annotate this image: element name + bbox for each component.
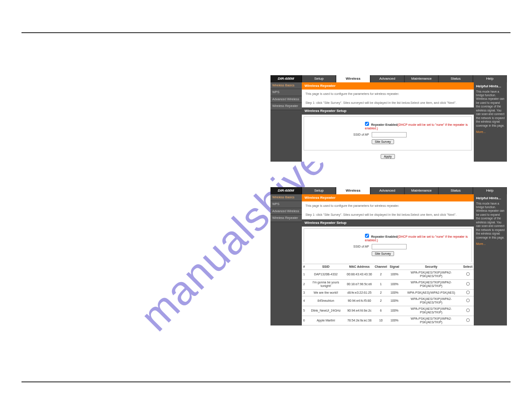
cell-channel: 2 [373, 296, 389, 306]
tab-wireless[interactable]: Wireless [336, 187, 370, 194]
tab-setup[interactable]: Setup [302, 187, 336, 194]
setup-heading: Wireless Repeater Setup [302, 219, 474, 227]
cell-num: 4 [302, 296, 306, 306]
section-heading: Wireless Repeater [302, 82, 474, 90]
page: manualshive.com DIR-600M Setup Wireless … [0, 0, 532, 411]
table-row: 5Dlink_NewUI_24GHz90:94:e4:fd:6e:2c6100%… [302, 306, 474, 316]
ssid-input[interactable] [372, 132, 407, 137]
side-wireless-basics[interactable]: Wireless Basics [270, 194, 302, 201]
tab-maintenance[interactable]: Maintenance [404, 187, 438, 194]
side-wireless-repeater[interactable]: Wireless Repeater [270, 103, 302, 110]
router-screenshot-2: DIR-600M Setup Wireless Advanced Mainten… [270, 187, 507, 306]
cell-channel: 2 [373, 270, 389, 280]
th-channel: Channel [373, 264, 389, 270]
select-radio[interactable] [466, 299, 470, 302]
repeater-enabled-checkbox[interactable] [365, 234, 369, 238]
setup-form: Repeater Enabled(DHCP mode will be set t… [304, 116, 472, 150]
info-text-1: This page is used to configure the param… [302, 90, 474, 98]
side-wps[interactable]: WPS [270, 201, 302, 208]
section-heading: Wireless Repeater [302, 194, 474, 201]
side-wps[interactable]: WPS [270, 89, 302, 96]
th-security: Security [400, 264, 462, 270]
cell-security: WPA-PSK(AES/TKIP)/WPA2-PSK(AES/TKIP) [400, 270, 462, 280]
table-row: 1DAP1320B-433200:88:43:43:43:302100%WPA-… [302, 270, 474, 280]
select-radio[interactable] [466, 272, 470, 276]
cell-ssid: We are the world! [306, 289, 345, 296]
main-content: Wireless Repeater This page is used to c… [302, 194, 474, 325]
cell-security: WPA-PSK(AES/TKIP)/WPA2-PSK(AES/TKIP) [400, 296, 462, 306]
side-advanced-wireless[interactable]: Advanced Wireless [270, 208, 302, 215]
cell-signal: 100% [388, 296, 400, 306]
tab-help[interactable]: Help [473, 187, 507, 194]
info-text-1: This page is used to configure the param… [302, 201, 474, 210]
cell-mac: 00:18:e7:96:5c:e6 [345, 279, 373, 289]
repeater-enabled-label: Repeater Enabled [371, 123, 398, 126]
cell-ssid: DAP1320B-4332 [306, 270, 345, 280]
tab-status[interactable]: Status [438, 75, 472, 82]
table-row: 3We are the world!d8:fe:e3:22:61:252100%… [302, 289, 474, 296]
th-signal: Signal [388, 264, 400, 270]
select-radio[interactable] [466, 282, 470, 286]
tab-advanced[interactable]: Advanced [370, 75, 404, 82]
cell-signal: 100% [388, 279, 400, 289]
cell-security: WPA-PSK(AES)/WPA2-PSK(AES) [400, 289, 462, 296]
tab-advanced[interactable]: Advanced [370, 187, 404, 194]
cell-signal: 100% [388, 270, 400, 280]
cell-channel: 1 [373, 279, 389, 289]
tab-status[interactable]: Status [438, 187, 472, 194]
rule-top [21, 32, 511, 33]
site-survey-button[interactable]: Site Survey [372, 139, 394, 144]
th-select: Select [462, 264, 474, 270]
side-wireless-repeater[interactable]: Wireless Repeater [270, 215, 302, 222]
hints-text: This mode have a bridge function. Wirele… [476, 90, 505, 128]
cell-ssid: 845neutrion [306, 296, 345, 306]
select-radio[interactable] [466, 318, 470, 322]
cell-signal: 100% [388, 289, 400, 296]
th-num: # [302, 264, 306, 270]
side-wireless-basics[interactable]: Wireless Basics [270, 82, 302, 89]
cell-mac: 78:54:2e:fa:ec:38 [345, 316, 373, 325]
apply-button[interactable]: Apply [381, 154, 395, 159]
router-screenshot-1: DIR-600M Setup Wireless Advanced Mainten… [270, 75, 507, 152]
select-radio[interactable] [466, 291, 470, 294]
cell-ssid: Dlink_NewUI_24GHz [306, 306, 345, 316]
ssid-label: SSID of AP [307, 133, 372, 137]
cell-signal: 100% [388, 316, 400, 325]
cell-mac: d8:fe:e3:22:61:25 [345, 289, 373, 296]
cell-ssid: I'm gonna be yours tonight! [306, 279, 345, 289]
setup-heading: Wireless Repeater Setup [302, 107, 474, 115]
hints-more-link[interactable]: More... [476, 130, 505, 134]
tab-wireless[interactable]: Wireless [336, 75, 370, 82]
cell-ssid: Apple Martini [306, 316, 345, 325]
cell-mac: 90:94:e4:fd:6e:2c [345, 306, 373, 316]
repeater-enabled-checkbox[interactable] [365, 122, 369, 126]
ssid-input[interactable] [372, 244, 407, 249]
hints-title: Helpful Hints... [476, 84, 505, 89]
th-mac: MAC Address [345, 264, 373, 270]
cell-num: 2 [302, 279, 306, 289]
tab-help[interactable]: Help [473, 75, 507, 82]
site-survey-button[interactable]: Site Survey [372, 251, 394, 256]
model-label: DIR-600M [270, 187, 302, 194]
select-radio[interactable] [466, 308, 470, 312]
setup-form: Repeater Enabled(DHCP mode will be set t… [304, 228, 472, 262]
tab-setup[interactable]: Setup [302, 75, 336, 82]
cell-security: WPA-PSK(AES/TKIP)/WPA2-PSK(AES/TKIP) [400, 306, 462, 316]
main-content: Wireless Repeater This page is used to c… [302, 82, 474, 162]
cell-channel: 6 [373, 306, 389, 316]
cell-mac: 00:88:43:43:43:30 [345, 270, 373, 280]
router-header: DIR-600M Setup Wireless Advanced Mainten… [270, 187, 507, 194]
model-label: DIR-600M [270, 75, 302, 82]
hints-more-link[interactable]: More... [476, 242, 505, 246]
tab-maintenance[interactable]: Maintenance [404, 75, 438, 82]
table-row: 6Apple Martini78:54:2e:fa:ec:3810100%WPA… [302, 316, 474, 325]
cell-mac: 90:94:e4:fc:f5:80 [345, 296, 373, 306]
table-row: 4845neutrion90:94:e4:fc:f5:802100%WPA-PS… [302, 296, 474, 306]
hints-panel: Helpful Hints... This mode have a bridge… [474, 194, 507, 325]
cell-signal: 100% [388, 306, 400, 316]
cell-channel: 10 [373, 316, 389, 325]
cell-security: WPA-PSK(AES/TKIP)/WPA2-PSK(AES/TKIP) [400, 316, 462, 325]
hints-panel: Helpful Hints... This mode have a bridge… [474, 82, 507, 162]
side-advanced-wireless[interactable]: Advanced Wireless [270, 96, 302, 103]
survey-table: # SSID MAC Address Channel Signal Securi… [302, 264, 474, 326]
